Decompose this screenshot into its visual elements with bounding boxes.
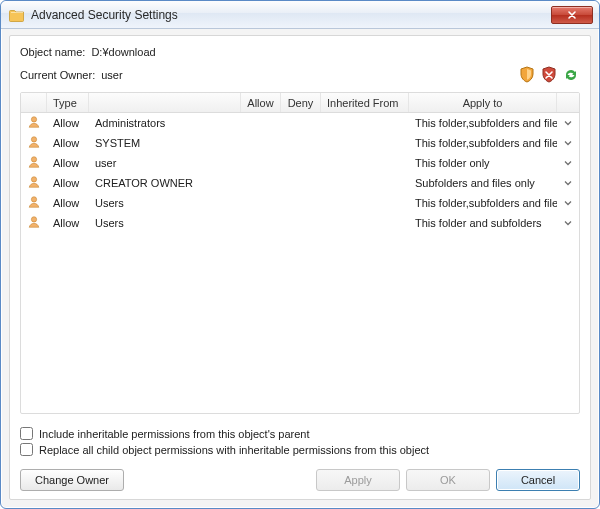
svg-point-2 bbox=[31, 157, 36, 162]
cell-apply: This folder only bbox=[409, 157, 557, 169]
table-row[interactable]: AllowSYSTEMThis folder,subfolders and fi… bbox=[21, 133, 579, 153]
ok-button[interactable]: OK bbox=[406, 469, 490, 491]
user-icon bbox=[21, 175, 47, 191]
table-row[interactable]: AllowAdministratorsThis folder,subfolder… bbox=[21, 113, 579, 133]
include-inheritable-label: Include inheritable permissions from thi… bbox=[39, 428, 310, 440]
object-name-row: Object name: D:¥download bbox=[20, 46, 580, 58]
cell-apply: This folder,subfolders and files bbox=[409, 197, 557, 209]
owner-row: Current Owner: user bbox=[20, 66, 580, 84]
owner-value: user bbox=[101, 69, 122, 81]
row-menu-button[interactable] bbox=[557, 138, 579, 148]
button-bar: Change Owner Apply OK Cancel bbox=[20, 469, 580, 491]
row-menu-button[interactable] bbox=[557, 218, 579, 228]
chevron-down-icon bbox=[563, 198, 573, 208]
close-icon bbox=[567, 10, 577, 20]
include-inheritable-row[interactable]: Include inheritable permissions from thi… bbox=[20, 427, 580, 440]
cell-apply: Subfolders and files only bbox=[409, 177, 557, 189]
titlebar[interactable]: Advanced Security Settings bbox=[1, 1, 599, 29]
svg-point-3 bbox=[31, 177, 36, 182]
chevron-down-icon bbox=[563, 138, 573, 148]
cell-name: Administrators bbox=[89, 117, 241, 129]
th-deny[interactable]: Deny bbox=[281, 93, 321, 112]
object-name-label: Object name: bbox=[20, 46, 85, 58]
options-group: Include inheritable permissions from thi… bbox=[20, 424, 580, 459]
th-apply[interactable]: Apply to bbox=[409, 93, 557, 112]
cell-name: CREATOR OWNER bbox=[89, 177, 241, 189]
apply-button[interactable]: Apply bbox=[316, 469, 400, 491]
cell-name: SYSTEM bbox=[89, 137, 241, 149]
table-body: AllowAdministratorsThis folder,subfolder… bbox=[21, 113, 579, 413]
cell-type: Allow bbox=[47, 217, 89, 229]
close-button[interactable] bbox=[551, 6, 593, 24]
table-header: Type Allow Deny Inherited From Apply to bbox=[21, 93, 579, 113]
replace-child-checkbox[interactable] bbox=[20, 443, 33, 456]
row-menu-button[interactable] bbox=[557, 198, 579, 208]
cell-type: Allow bbox=[47, 197, 89, 209]
row-menu-button[interactable] bbox=[557, 178, 579, 188]
cell-type: Allow bbox=[47, 177, 89, 189]
include-inheritable-checkbox[interactable] bbox=[20, 427, 33, 440]
permissions-table: Type Allow Deny Inherited From Apply to … bbox=[20, 92, 580, 414]
replace-child-label: Replace all child object permissions wit… bbox=[39, 444, 429, 456]
table-row[interactable]: AllowuserThis folder only bbox=[21, 153, 579, 173]
table-row[interactable]: AllowUsersThis folder,subfolders and fil… bbox=[21, 193, 579, 213]
th-allow[interactable]: Allow bbox=[241, 93, 281, 112]
change-owner-button[interactable]: Change Owner bbox=[20, 469, 124, 491]
cell-apply: This folder and subfolders bbox=[409, 217, 557, 229]
window-title: Advanced Security Settings bbox=[31, 8, 551, 22]
table-row[interactable]: AllowUsersThis folder and subfolders bbox=[21, 213, 579, 233]
th-menu bbox=[557, 93, 579, 112]
user-icon bbox=[21, 215, 47, 231]
shield-red-icon[interactable] bbox=[540, 66, 558, 84]
chevron-down-icon bbox=[563, 118, 573, 128]
cell-name: Users bbox=[89, 217, 241, 229]
content-pane: Object name: D:¥download Current Owner: … bbox=[9, 35, 591, 500]
refresh-icon[interactable] bbox=[562, 66, 580, 84]
row-menu-button[interactable] bbox=[557, 118, 579, 128]
row-menu-button[interactable] bbox=[557, 158, 579, 168]
cell-type: Allow bbox=[47, 157, 89, 169]
shield-orange-icon[interactable] bbox=[518, 66, 536, 84]
folder-icon bbox=[9, 7, 25, 23]
cell-type: Allow bbox=[47, 137, 89, 149]
dialog-window: Advanced Security Settings Object name: … bbox=[0, 0, 600, 509]
replace-child-row[interactable]: Replace all child object permissions wit… bbox=[20, 443, 580, 456]
svg-point-4 bbox=[31, 197, 36, 202]
th-inherited[interactable]: Inherited From bbox=[321, 93, 409, 112]
chevron-down-icon bbox=[563, 178, 573, 188]
user-icon bbox=[21, 115, 47, 131]
th-type[interactable]: Type bbox=[47, 93, 89, 112]
svg-point-0 bbox=[31, 117, 36, 122]
owner-label: Current Owner: bbox=[20, 69, 95, 81]
svg-point-5 bbox=[31, 217, 36, 222]
svg-point-1 bbox=[31, 137, 36, 142]
cell-name: user bbox=[89, 157, 241, 169]
user-icon bbox=[21, 135, 47, 151]
table-row[interactable]: AllowCREATOR OWNERSubfolders and files o… bbox=[21, 173, 579, 193]
cell-apply: This folder,subfolders and files bbox=[409, 137, 557, 149]
cell-apply: This folder,subfolders and files bbox=[409, 117, 557, 129]
object-name-value: D:¥download bbox=[91, 46, 155, 58]
user-icon bbox=[21, 195, 47, 211]
th-name[interactable] bbox=[89, 93, 241, 112]
cell-name: Users bbox=[89, 197, 241, 209]
user-icon bbox=[21, 155, 47, 171]
chevron-down-icon bbox=[563, 158, 573, 168]
cancel-button[interactable]: Cancel bbox=[496, 469, 580, 491]
th-icon[interactable] bbox=[21, 93, 47, 112]
chevron-down-icon bbox=[563, 218, 573, 228]
cell-type: Allow bbox=[47, 117, 89, 129]
